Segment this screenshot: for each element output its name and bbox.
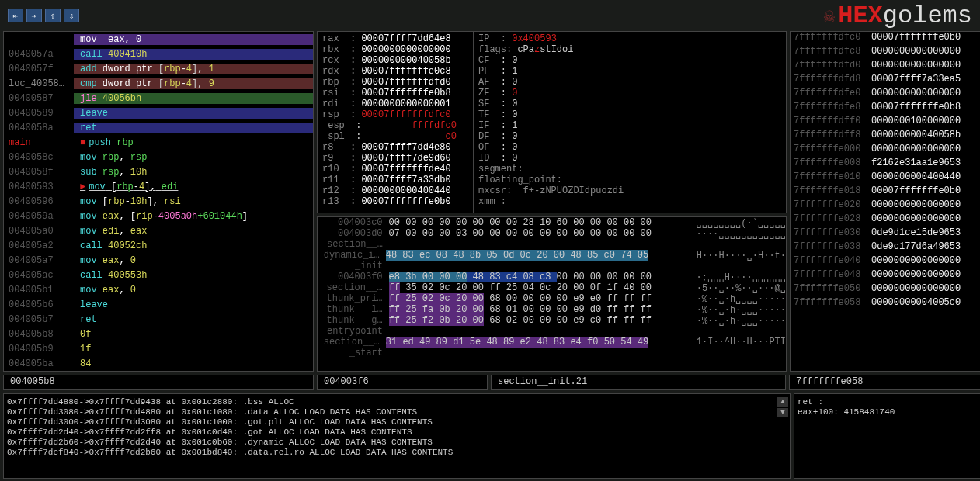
disasm-line[interactable]: 004005b80f [4, 327, 313, 341]
hex-line[interactable]: dynamic_i…48 83 ec 08 48 8b 05 0d 0c 20 … [318, 250, 786, 261]
disasm-line[interactable]: 0040059amov eax, [rip-4005a0h+601044h] [4, 209, 313, 223]
register-line: r11 : 00007ffff7a33db0 [322, 175, 468, 185]
stack-line[interactable]: 7fffffffe058 00000000004005c0 [791, 297, 980, 311]
disasm-line[interactable]: 00400589leave [4, 106, 313, 120]
stack-line[interactable]: 7fffffffe048 0000000000000000 [791, 269, 980, 283]
disasm-line[interactable]: 0040057fadd dword ptr [rbp-4], 1 [4, 61, 313, 76]
status-disasm-addr: 004005b8 [3, 375, 314, 390]
hex-line[interactable]: 004003d007 00 00 00 03 00 00 00 00 00 00… [318, 228, 786, 239]
stack-line[interactable]: 7fffffffdff0 0000000100000000 [791, 116, 980, 130]
hex-line[interactable]: thunk_pri…ff 25 02 0c 20 00 68 00 00 00 … [318, 293, 786, 304]
register-line: rsp : 00007fffffffdfc0 [322, 109, 468, 120]
status-hex-section: section__init.21 [491, 375, 786, 390]
log-line: 0x7ffff7dd3000->0x7ffff7dd3080 at 0x001c… [7, 417, 787, 427]
stack-line[interactable]: 7fffffffdfc0 00007fffffffe0b0 [791, 32, 980, 46]
disassembly-panel[interactable]: mov eax, 00040057acall 400410h0040057fad… [3, 31, 314, 372]
status-stack-addr: 7fffffffe058 [789, 375, 980, 390]
log-line: 0x7ffff7dcf840->0x7ffff7dd2b60 at 0x001b… [7, 448, 787, 458]
stack-line[interactable]: 7fffffffdfc8 0000000000000000 [791, 46, 980, 60]
stack-line[interactable]: 7fffffffe018 00007fffffffe0b0 [791, 185, 980, 199]
hex-line[interactable]: 004003c000 00 00 00 00 00 00 00 28 10 60… [318, 217, 786, 228]
flags-list: IP : 0x400593flags: cPazstIdoiCF : 0PF :… [473, 32, 786, 213]
stack-line[interactable]: 7fffffffe030 0de9d1ce15de9653 [791, 227, 980, 241]
hex-line[interactable]: _start [318, 348, 786, 358]
register-line: rbx : 0000000000000000 [322, 44, 468, 55]
toolbar: ⇤ ⇥ ⇧ ⇩ ☠ HEXgolems [0, 0, 980, 31]
disasm-line[interactable]: main■push rbp [4, 135, 313, 150]
disasm-line[interactable]: 004005b7ret [4, 312, 313, 327]
disasm-line[interactable]: 004005accall 400553h [4, 268, 313, 282]
register-line: rdx : 00007fffffffe0c8 [322, 66, 468, 77]
hex-line[interactable]: _init [318, 261, 786, 272]
register-line: rcx : 000000000040058b [322, 55, 468, 66]
nav-back-button[interactable]: ⇤ [8, 9, 23, 22]
register-line: r9 : 00007ffff7de9d60 [322, 153, 468, 164]
nav-up-button[interactable]: ⇧ [45, 9, 61, 22]
disasm-line[interactable]: 0040058fsub rsp, 10h [4, 164, 313, 179]
stack-line[interactable]: 7fffffffe010 0000000000400440 [791, 171, 980, 185]
hex-line[interactable]: thunk___g…ff 25 f2 0b 20 00 68 02 00 00 … [318, 315, 786, 326]
stack-line[interactable]: 7fffffffe008 f2162e31aa1e9653 [791, 157, 980, 171]
stack-line[interactable]: 7fffffffe020 0000000000000000 [791, 199, 980, 213]
register-line: r8 : 00007ffff7dd4e80 [322, 142, 468, 153]
log-line: 0x7ffff7dd2b60->0x7ffff7dd2d40 at 0x001c… [7, 438, 787, 448]
stack-line[interactable]: 7fffffffdfe8 00007fffffffe0b8 [791, 102, 980, 116]
disasm-line[interactable]: 004005b6leave [4, 297, 313, 312]
hex-line[interactable]: entrypoint [318, 326, 786, 337]
nav-fwd-button[interactable]: ⇥ [26, 9, 42, 22]
stack-line[interactable]: 7fffffffe038 0de9c177d6a49653 [791, 241, 980, 255]
disasm-line[interactable]: 00400593►mov [rbp-4], edi [4, 179, 313, 194]
register-line: r12 : 0000000000400440 [322, 185, 468, 196]
stack-line[interactable]: 7fffffffdfd8 00007ffff7a33ea5 [791, 74, 980, 88]
log-line: 0x7ffff7dd2d40->0x7ffff7dd2ff8 at 0x001c… [7, 427, 787, 438]
disasm-line[interactable]: 00400587jle 40056bh [4, 91, 313, 106]
eval-line-1: ret : [798, 397, 980, 407]
disasm-line[interactable]: 004005a7mov eax, 0 [4, 253, 313, 268]
disasm-line[interactable]: 004005ba84 [4, 356, 313, 371]
log-line: 0x7ffff7dd4880->0x7ffff7dd9438 at 0x001c… [7, 397, 787, 407]
register-line: spl : c0 [322, 131, 468, 142]
disasm-line[interactable]: mov eax, 0 [4, 32, 313, 47]
hex-line[interactable]: section__…ff 35 02 0c 20 00 ff 25 04 0c … [318, 282, 786, 293]
disasm-line[interactable]: 0040058cmov rbp, rsp [4, 150, 313, 164]
stack-line[interactable]: 7fffffffdfd0 0000000000000000 [791, 60, 980, 74]
disasm-line[interactable]: 0040058aret [4, 120, 313, 135]
disasm-line[interactable]: 004005b91f [4, 341, 313, 356]
disasm-line[interactable]: 0040057acall 400410h [4, 47, 313, 61]
register-line: rdi : 0000000000000001 [322, 99, 468, 109]
log-line: 0x7ffff7dd3080->0x7ffff7dd4880 at 0x001c… [7, 407, 787, 417]
disasm-line[interactable]: 004005a0mov edi, eax [4, 223, 313, 238]
stack-line[interactable]: 7fffffffe040 0000000000000000 [791, 255, 980, 269]
registers-list: rax : 00007ffff7dd64e8rbx : 000000000000… [318, 32, 473, 213]
stack-line[interactable]: 7fffffffe028 0000000000000000 [791, 213, 980, 227]
stack-line[interactable]: 7fffffffdfe0 0000000000000000 [791, 88, 980, 102]
logo-hex: HEX [838, 2, 883, 30]
stack-panel[interactable]: 7fffffffdfc0 00007fffffffe0b07fffffffdfc… [790, 31, 980, 372]
disasm-line[interactable]: loc_40058…cmp dword ptr [rbp-4], 9 [4, 76, 313, 91]
status-hex-addr: 004003f6 [317, 375, 488, 390]
log-panel[interactable]: ▲ ▼ 0x7ffff7dd4880->0x7ffff7dd9438 at 0x… [3, 393, 791, 479]
hex-line[interactable]: 004003f0e8 3b 00 00 00 48 83 c4 08 c3 00… [318, 272, 786, 282]
hex-dump-panel[interactable]: 004003c000 00 00 00 00 00 00 00 28 10 60… [317, 216, 787, 372]
disasm-line[interactable]: 004005b1mov eax, 0 [4, 282, 313, 297]
disasm-line[interactable]: 004005bb00 [4, 371, 313, 372]
hex-line[interactable]: section__… [318, 239, 786, 250]
scroll-up-icon[interactable]: ▲ [777, 397, 788, 407]
nav-down-button[interactable]: ⇩ [64, 9, 79, 22]
scroll-down-icon[interactable]: ▼ [777, 408, 788, 417]
stack-line[interactable]: 7fffffffe050 0000000000000000 [791, 283, 980, 297]
eval-panel[interactable]: ret : eax+100: 4158481740 [794, 393, 980, 479]
disasm-line[interactable]: 004005a2call 40052ch [4, 238, 313, 253]
eval-line-2: eax+100: 4158481740 [798, 407, 980, 417]
skull-icon: ☠ [824, 5, 835, 27]
hex-line[interactable]: section__…31 ed 49 89 d1 5e 48 89 e2 48 … [318, 337, 786, 348]
stack-line[interactable]: 7fffffffdff8 000000000040058b [791, 130, 980, 144]
stack-line[interactable]: 7fffffffe000 0000000000000000 [791, 144, 980, 157]
hex-line[interactable]: thunk___l…ff 25 fa 0b 20 00 68 01 00 00 … [318, 304, 786, 315]
disasm-line[interactable]: 00400596mov [rbp-10h], rsi [4, 194, 313, 209]
register-line: r10 : 00007fffffffde40 [322, 164, 468, 175]
logo-golems: golems [883, 2, 972, 30]
register-line: r13 : 00007fffffffe0b0 [322, 196, 468, 207]
logo: ☠ HEXgolems [824, 2, 972, 30]
registers-panel[interactable]: rax : 00007ffff7dd64e8rbx : 000000000000… [317, 31, 787, 213]
